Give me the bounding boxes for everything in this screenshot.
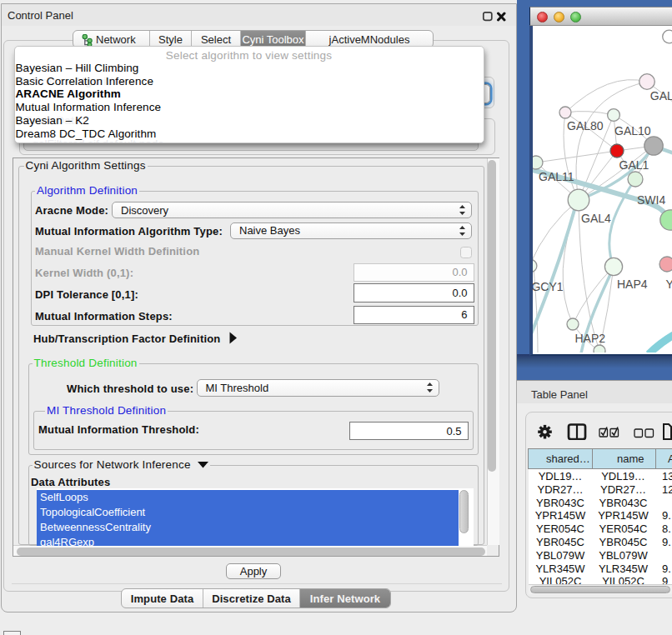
svg-text:Y: Y bbox=[666, 278, 672, 291]
svg-text:GCY1: GCY1 bbox=[533, 280, 564, 293]
svg-text:GAL11: GAL11 bbox=[539, 170, 574, 183]
svg-text:GAL4: GAL4 bbox=[581, 212, 611, 225]
svg-text:GAL: GAL bbox=[650, 89, 672, 102]
svg-text:SWI4: SWI4 bbox=[637, 193, 665, 207]
svg-text:GAL80: GAL80 bbox=[567, 119, 604, 132]
svg-text:GAL1: GAL1 bbox=[619, 158, 649, 172]
svg-text:HAP2: HAP2 bbox=[575, 332, 606, 345]
svg-text:HAP4: HAP4 bbox=[617, 278, 648, 291]
svg-text:GAL10: GAL10 bbox=[614, 124, 651, 138]
